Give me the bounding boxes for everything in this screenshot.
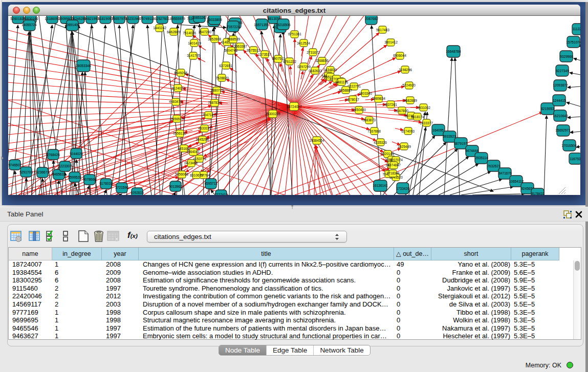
svg-text:5989834: 5989834 <box>372 97 385 100</box>
svg-text:0423468: 0423468 <box>184 161 198 165</box>
svg-text:9244026: 9244026 <box>70 152 83 156</box>
svg-text:8599528: 8599528 <box>68 176 81 179</box>
svg-text:5020146: 5020146 <box>381 152 394 156</box>
svg-text:4153776: 4153776 <box>193 157 206 161</box>
svg-text:10653267: 10653267 <box>192 16 207 19</box>
svg-text:28053346: 28053346 <box>76 64 91 68</box>
svg-text:1092815: 1092815 <box>130 191 144 194</box>
svg-text:1878017: 1878017 <box>346 98 359 101</box>
svg-text:2768426: 2768426 <box>47 153 60 157</box>
svg-text:4633191: 4633191 <box>198 126 211 130</box>
svg-text:19384554: 19384554 <box>309 139 324 142</box>
svg-text:18724007: 18724007 <box>287 105 302 108</box>
svg-text:1433377: 1433377 <box>420 121 433 125</box>
svg-text:94821993: 94821993 <box>84 17 99 20</box>
svg-text:0297299: 0297299 <box>297 65 311 69</box>
svg-text:7528820: 7528820 <box>215 76 229 80</box>
svg-text:1373537: 1373537 <box>258 53 271 56</box>
svg-text:4595711: 4595711 <box>204 182 217 185</box>
svg-text:16033809: 16033809 <box>207 18 222 21</box>
svg-text:16571355: 16571355 <box>254 23 269 27</box>
svg-text:1374847: 1374847 <box>387 163 401 167</box>
svg-text:7777412: 7777412 <box>214 193 228 195</box>
svg-text:89555979: 89555979 <box>170 17 185 20</box>
svg-text:3412524: 3412524 <box>297 41 310 45</box>
svg-text:2731672: 2731672 <box>307 51 320 54</box>
svg-text:4236671: 4236671 <box>36 170 49 174</box>
svg-text:5004743: 5004743 <box>224 49 237 52</box>
svg-text:0182633: 0182633 <box>309 69 322 73</box>
svg-text:16136141: 16136141 <box>373 184 388 187</box>
svg-text:62527601: 62527601 <box>155 17 170 20</box>
svg-text:5617483: 5617483 <box>376 28 389 32</box>
svg-text:14055724: 14055724 <box>21 23 37 27</box>
svg-text:3852808: 3852808 <box>208 37 221 41</box>
svg-text:6906044: 6906044 <box>393 54 406 57</box>
svg-text:8215953: 8215953 <box>541 107 554 111</box>
svg-text:7514026: 7514026 <box>183 31 196 35</box>
svg-text:7357224: 7357224 <box>227 25 240 29</box>
svg-text:6174093: 6174093 <box>401 129 415 133</box>
svg-text:2935114: 2935114 <box>475 156 488 160</box>
svg-text:116753: 116753 <box>570 157 580 161</box>
svg-text:9474444: 9474444 <box>465 149 478 152</box>
svg-text:6372651: 6372651 <box>219 64 232 68</box>
svg-text:20691406: 20691406 <box>64 23 80 27</box>
svg-text:9013962: 9013962 <box>169 185 182 188</box>
svg-text:3268656: 3268656 <box>315 59 329 62</box>
svg-text:7047187: 7047187 <box>202 113 215 117</box>
svg-text:5356068: 5356068 <box>175 172 188 176</box>
svg-text:16648784: 16648784 <box>446 50 461 53</box>
svg-text:1564041: 1564041 <box>186 150 200 154</box>
svg-text:15751074: 15751074 <box>566 40 580 44</box>
svg-text:7887838: 7887838 <box>208 101 221 104</box>
svg-text:0931002: 0931002 <box>417 106 430 110</box>
svg-text:1440242: 1440242 <box>153 26 166 30</box>
svg-text:8471676: 8471676 <box>498 171 512 175</box>
svg-text:4483478: 4483478 <box>169 100 182 103</box>
svg-text:8465632: 8465632 <box>52 172 66 176</box>
svg-text:12093872: 12093872 <box>553 83 568 87</box>
svg-text:75749118: 75749118 <box>140 17 155 20</box>
svg-text:8310679: 8310679 <box>190 173 203 177</box>
svg-text:3888539: 3888539 <box>227 37 240 41</box>
svg-text:0434839: 0434839 <box>323 68 337 72</box>
svg-text:3721590: 3721590 <box>115 186 128 189</box>
svg-text:3141705: 3141705 <box>187 54 200 57</box>
svg-text:7632621: 7632621 <box>487 164 500 168</box>
svg-text:0556130: 0556130 <box>173 132 186 135</box>
svg-text:9227349: 9227349 <box>556 69 569 73</box>
svg-text:3801412: 3801412 <box>384 40 398 44</box>
svg-text:3363387: 3363387 <box>234 45 247 48</box>
svg-text:4837261: 4837261 <box>384 103 397 106</box>
svg-text:8649208: 8649208 <box>174 71 187 75</box>
svg-text:13186091: 13186091 <box>45 17 60 20</box>
svg-text:1733426: 1733426 <box>396 187 409 190</box>
svg-text:8682889: 8682889 <box>404 99 417 102</box>
svg-text:2087682: 2087682 <box>365 17 378 20</box>
svg-text:3198296: 3198296 <box>399 68 412 72</box>
svg-text:1112223: 1112223 <box>573 27 580 31</box>
svg-text:6879197: 6879197 <box>454 142 467 145</box>
svg-text:9481131: 9481131 <box>335 80 349 84</box>
svg-text:2845298: 2845298 <box>195 138 209 141</box>
svg-text:5933923: 5933923 <box>443 135 456 138</box>
svg-text:6751361: 6751361 <box>288 32 301 36</box>
svg-text:3124023: 3124023 <box>171 86 185 90</box>
svg-text:7167868: 7167868 <box>367 129 381 133</box>
svg-text:4335326: 4335326 <box>374 141 387 144</box>
svg-text:8058887: 8058887 <box>339 89 352 92</box>
svg-text:9207074: 9207074 <box>389 158 403 162</box>
svg-text:19218506: 19218506 <box>275 23 291 27</box>
svg-text:78657975: 78657975 <box>112 17 127 20</box>
svg-text:17016504: 17016504 <box>561 144 577 147</box>
svg-text:25300235: 25300235 <box>265 112 280 116</box>
svg-text:9078666: 9078666 <box>83 178 96 181</box>
svg-text:10654112: 10654112 <box>509 180 524 183</box>
svg-text:6462889: 6462889 <box>167 30 180 34</box>
svg-text:6761222: 6761222 <box>283 60 296 63</box>
svg-text:1803340: 1803340 <box>359 92 372 95</box>
svg-text:1401419: 1401419 <box>188 41 201 45</box>
svg-text:2450400: 2450400 <box>353 108 366 112</box>
svg-text:5167800: 5167800 <box>395 109 408 113</box>
